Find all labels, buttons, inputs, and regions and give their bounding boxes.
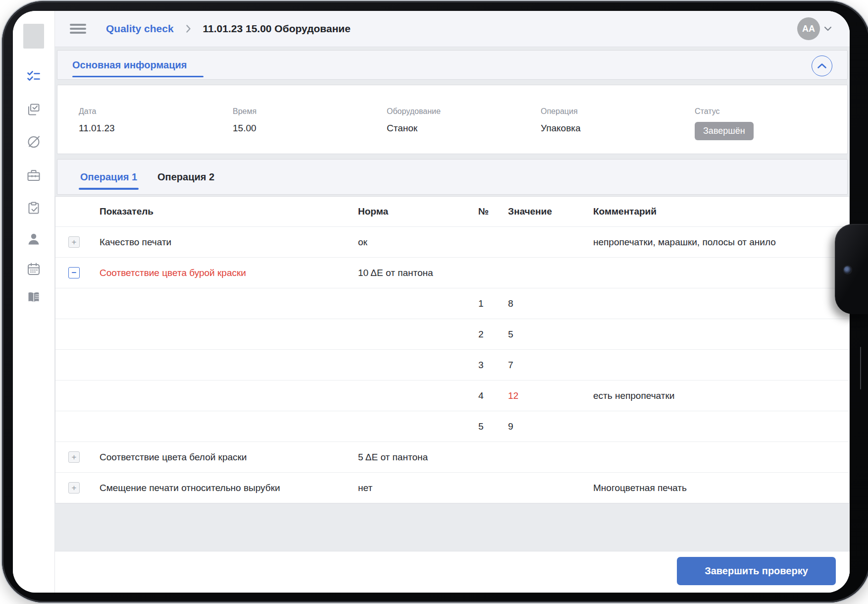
parameter-row: +Качество печатиокнепропечатки, марашки,… — [55, 226, 849, 257]
field-label: Время — [233, 107, 256, 116]
expand-cell: − — [55, 267, 100, 278]
top-bar: Quality check 11.01.23 15.00 Оборудовани… — [55, 11, 850, 47]
book-icon — [26, 290, 41, 305]
parameter-name: Соответствие цвета бурой краски — [100, 268, 358, 278]
sidebar — [13, 11, 55, 593]
table-header-number: № — [478, 206, 508, 217]
blocked-icon — [26, 134, 41, 149]
avatar[interactable]: AA — [797, 17, 820, 40]
toolbox-icon — [26, 168, 41, 183]
measurement-value: 8 — [508, 298, 593, 309]
parameter-row: +Соответствие цвета белой краски5 ΔЕ от … — [55, 441, 849, 472]
chevron-up-icon — [817, 63, 827, 69]
measurement-value: 9 — [508, 421, 593, 432]
sidebar-item-book[interactable] — [26, 290, 41, 305]
info-field: СтатусЗавершён — [695, 107, 754, 140]
measurement-number: 2 — [478, 329, 508, 340]
sidebar-item-calendar[interactable] — [26, 262, 41, 276]
measurement-number: 1 — [478, 298, 508, 309]
parameter-name: Соответствие цвета белой краски — [100, 452, 358, 463]
calendar-icon — [26, 262, 41, 276]
avatar-chevron-icon[interactable] — [824, 26, 832, 31]
phone-camera-overlay — [835, 224, 868, 314]
info-field: Время15.00 — [233, 107, 256, 134]
norm-value: 5 ΔЕ от пантона — [358, 452, 478, 463]
info-field: ОборудованиеСтанок — [387, 107, 441, 134]
tab-operation-1[interactable]: Операция 1 — [80, 160, 137, 194]
comment-text: есть непропечатки — [593, 390, 849, 401]
footer-bar: Завершить проверку — [55, 551, 850, 593]
tab-operation-2[interactable]: Операция 2 — [157, 160, 214, 194]
sidebar-item-clipboard-check[interactable] — [26, 201, 41, 216]
measurement-row: 37 — [55, 349, 849, 380]
field-value: Станок — [387, 123, 441, 134]
measurement-number: 3 — [478, 360, 508, 371]
expand-cell: + — [55, 482, 100, 494]
info-card: Дата11.01.23Время15.00ОборудованиеСтанок… — [57, 85, 848, 154]
expand-cell: + — [55, 451, 100, 463]
collapse-row-button[interactable]: − — [68, 267, 80, 278]
norm-value: 10 ΔЕ от пантона — [358, 268, 478, 278]
norm-value: нет — [358, 483, 478, 494]
info-field: ОперацияУпаковка — [541, 107, 581, 134]
table-header-parameter: Показатель — [100, 206, 358, 217]
parameter-name: Смещение печати относительно вырубки — [100, 483, 358, 494]
info-fields: Дата11.01.23Время15.00ОборудованиеСтанок… — [57, 85, 847, 154]
parameters-table: ПоказательНорма№ЗначениеКомментарий+Каче… — [55, 196, 850, 503]
field-value: 15.00 — [233, 123, 256, 134]
section-title: Основная информация — [72, 51, 187, 79]
tablet-side-button — [860, 347, 861, 389]
collapse-button[interactable] — [812, 55, 832, 76]
field-value: 11.01.23 — [79, 123, 115, 134]
measurement-value: 7 — [508, 360, 593, 371]
section-header-card: Основная информация — [57, 50, 848, 80]
camera-lens-icon — [844, 266, 851, 274]
table-header-value: Значение — [508, 206, 593, 217]
field-label: Операция — [541, 107, 581, 116]
breadcrumb-chevron-icon — [186, 24, 191, 33]
table-header-comment: Комментарий — [593, 206, 849, 217]
sidebar-item-toolbox[interactable] — [26, 168, 41, 183]
expand-button[interactable]: + — [68, 482, 80, 494]
table-header-row: ПоказательНорма№ЗначениеКомментарий — [55, 197, 849, 226]
sidebar-item-tasks-done[interactable] — [26, 102, 41, 117]
comment-text: непропечатки, марашки, полосы от анило — [593, 237, 849, 248]
field-value: Упаковка — [541, 123, 581, 134]
table-header-norm: Норма — [358, 206, 478, 217]
field-label: Оборудование — [387, 107, 441, 116]
field-label: Статус — [695, 107, 754, 116]
status-badge: Завершён — [695, 122, 754, 140]
comment-text: Многоцветная печать — [593, 483, 849, 494]
sidebar-item-checklist[interactable] — [26, 69, 41, 84]
page-title: 11.01.23 15.00 Оборудование — [203, 23, 351, 35]
checklist-icon — [26, 69, 41, 84]
measurement-value: 5 — [508, 329, 593, 340]
content-spacer — [55, 503, 850, 551]
stage: Quality check 11.01.23 15.00 Оборудовани… — [0, 0, 868, 604]
sidebar-item-blocked[interactable] — [26, 134, 41, 149]
sidebar-nav — [13, 11, 54, 593]
measurement-row: 18 — [55, 288, 849, 319]
finish-check-button[interactable]: Завершить проверку — [677, 557, 836, 585]
measurement-number: 4 — [478, 390, 508, 401]
breadcrumb-root-link[interactable]: Quality check — [106, 23, 174, 35]
norm-value: ок — [358, 237, 478, 248]
expand-cell: + — [55, 236, 100, 248]
measurement-row: 25 — [55, 319, 849, 349]
operation-tabs: Операция 1Операция 2 — [57, 159, 848, 195]
hamburger-icon[interactable] — [70, 22, 86, 36]
measurement-row: 59 — [55, 411, 849, 441]
parameter-row: −Соответствие цвета бурой краски10 ΔЕ от… — [55, 257, 849, 288]
measurement-row: 412есть непропечатки — [55, 380, 849, 411]
clipboard-check-icon — [26, 201, 41, 216]
sidebar-item-user[interactable] — [26, 231, 41, 246]
tablet-frame: Quality check 11.01.23 15.00 Оборудовани… — [2, 1, 868, 603]
app-screen: Quality check 11.01.23 15.00 Оборудовани… — [13, 11, 850, 593]
expand-button[interactable]: + — [68, 236, 80, 248]
measurement-value: 12 — [508, 390, 593, 401]
info-field: Дата11.01.23 — [79, 107, 115, 134]
main-area: Quality check 11.01.23 15.00 Оборудовани… — [55, 11, 850, 593]
expand-button[interactable]: + — [68, 451, 80, 463]
field-label: Дата — [79, 107, 115, 116]
parameter-row: +Смещение печати относительно вырубкинет… — [55, 472, 849, 503]
